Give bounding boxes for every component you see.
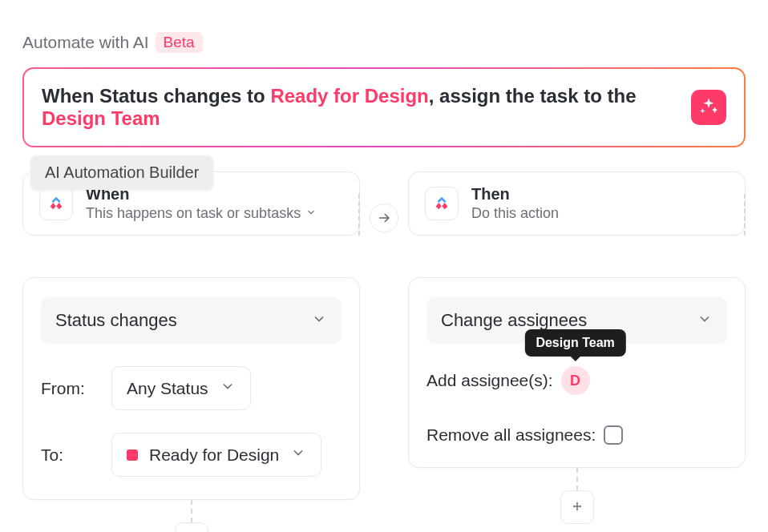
chevron-down-icon: [305, 205, 317, 222]
prompt-prefix: When Status changes to: [42, 85, 270, 107]
action-type-label: Change assignees: [441, 310, 587, 331]
chevron-down-icon: [290, 445, 306, 465]
prompt-mid: , assign the task to the: [429, 85, 637, 107]
then-header-card[interactable]: Then Do this action: [408, 171, 746, 236]
sparkle-icon: [698, 96, 719, 119]
builder-tag: AI Automation Builder: [30, 155, 213, 190]
header-title: Automate with AI: [22, 33, 149, 52]
chevron-down-icon: [220, 378, 236, 398]
remove-assignees-label: Remove all assignees:: [426, 425, 596, 445]
beta-badge: Beta: [156, 32, 203, 53]
flow-arrow-icon: [370, 204, 398, 232]
chevron-down-icon: [311, 311, 327, 330]
chevron-down-icon: [697, 311, 713, 330]
then-config-card: Change assignees Add assignee(s): D Desi…: [408, 277, 746, 468]
add-trigger-button[interactable]: [175, 522, 208, 532]
plus-icon: [570, 499, 584, 516]
from-status-value: Any Status: [127, 379, 208, 398]
trigger-type-label: Status changes: [55, 310, 177, 331]
assignee-tooltip: Design Team: [524, 329, 625, 357]
ai-prompt-box: When Status changes to Ready for Design,…: [22, 67, 746, 147]
to-status-select[interactable]: Ready for Design: [111, 433, 321, 477]
section-header: Automate with AI Beta: [22, 32, 746, 53]
to-status-value: Ready for Design: [149, 445, 279, 465]
status-color-swatch: [127, 449, 138, 461]
connector-line: [744, 194, 746, 236]
to-label: To:: [41, 445, 99, 465]
when-subtitle: This happens on task or subtasks: [86, 205, 301, 222]
prompt-highlight-team: Design Team: [42, 107, 160, 129]
connector-line: [576, 468, 578, 490]
add-assignee-label: Add assignee(s):: [426, 371, 553, 390]
generate-automation-button[interactable]: [691, 90, 726, 125]
prompt-highlight-status: Ready for Design: [270, 85, 428, 107]
add-action-button[interactable]: [560, 490, 594, 524]
then-subtitle: Do this action: [471, 205, 559, 222]
connector-line: [358, 194, 360, 236]
assignee-initial: D: [570, 373, 580, 389]
ai-prompt-text[interactable]: When Status changes to Ready for Design,…: [42, 85, 691, 130]
from-status-select[interactable]: Any Status: [111, 366, 251, 410]
connector-line: [191, 500, 192, 522]
trigger-type-select[interactable]: Status changes: [41, 297, 342, 344]
from-label: From:: [41, 379, 99, 398]
assignee-chip[interactable]: D Design Team: [561, 366, 590, 395]
when-config-card: Status changes From: Any Status: [22, 277, 360, 500]
remove-assignees-checkbox[interactable]: [604, 425, 623, 445]
clickup-logo-icon: [425, 187, 459, 220]
clickup-logo-icon: [39, 187, 73, 220]
then-title: Then: [471, 185, 559, 204]
